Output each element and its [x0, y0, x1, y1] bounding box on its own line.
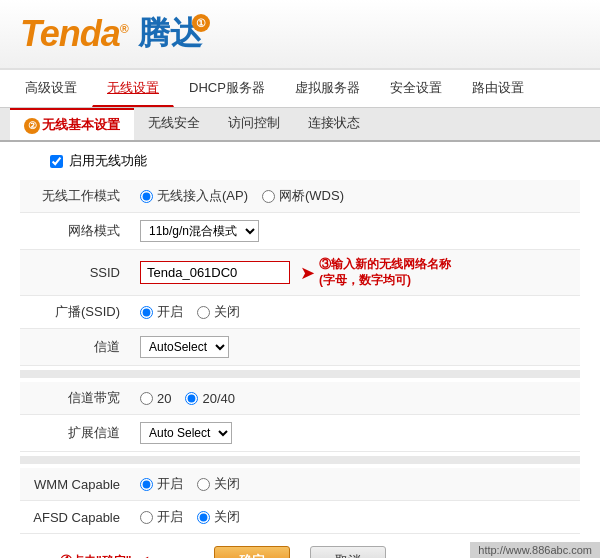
- radio-afsd-on-input[interactable]: [140, 511, 153, 524]
- annotation-circle-1: ①: [192, 14, 210, 32]
- radio-wmm-on[interactable]: 开启: [140, 475, 183, 493]
- radio-afsd-off[interactable]: 关闭: [197, 508, 240, 526]
- label-bandwidth: 信道带宽: [20, 382, 130, 415]
- subnav-access-control[interactable]: 访问控制: [214, 108, 294, 140]
- annotation-circle-2: ②: [24, 118, 40, 134]
- radio-ap[interactable]: 无线接入点(AP): [140, 187, 248, 205]
- row-ssid: SSID ➤ ③输入新的无线网络名称(字母，数字均可): [20, 250, 580, 296]
- label-broadcast: 广播(SSID): [20, 296, 130, 329]
- nav-wireless[interactable]: 无线设置: [92, 70, 174, 107]
- subnav-security[interactable]: 无线安全: [134, 108, 214, 140]
- row-wireless-mode: 无线工作模式 无线接入点(AP) 网桥(WDS): [20, 180, 580, 213]
- value-channel: AutoSelect 1 2 3 6 11: [130, 329, 580, 366]
- nav-security[interactable]: 安全设置: [375, 70, 457, 107]
- value-broadcast: 开启 关闭: [130, 296, 580, 329]
- form-table-main: 无线工作模式 无线接入点(AP) 网桥(WDS) 网络模式 11b/g/n混合模…: [20, 180, 580, 366]
- radio-wmm-off[interactable]: 关闭: [197, 475, 240, 493]
- label-network-mode: 网络模式: [20, 213, 130, 250]
- bottom-annotation: ④点击"确定" ◄: [60, 552, 151, 558]
- row-broadcast: 广播(SSID) 开启 关闭: [20, 296, 580, 329]
- radio-wds-input[interactable]: [262, 190, 275, 203]
- nav-dhcp[interactable]: DHCP服务器: [174, 70, 280, 107]
- radio-broadcast-on-input[interactable]: [140, 306, 153, 319]
- nav-advanced[interactable]: 高级设置: [10, 70, 92, 107]
- header: Tenda® 腾达 ①: [0, 0, 600, 70]
- nav-routing[interactable]: 路由设置: [457, 70, 539, 107]
- radio-wmm-off-label: 关闭: [214, 475, 240, 493]
- value-wireless-mode: 无线接入点(AP) 网桥(WDS): [130, 180, 580, 213]
- value-afsd: 开启 关闭: [130, 501, 580, 534]
- label-afsd: AFSD Capable: [20, 501, 130, 534]
- sub-nav: ②无线基本设置 无线安全 访问控制 连接状态: [0, 108, 600, 142]
- section-divider-2: [20, 456, 580, 464]
- form-table-wmm: WMM Capable 开启 关闭 AFSD Capable 开启 关闭: [20, 468, 580, 534]
- radio-broadcast-on[interactable]: 开启: [140, 303, 183, 321]
- radio-wireless-mode: 无线接入点(AP) 网桥(WDS): [140, 187, 570, 205]
- row-wmm: WMM Capable 开启 关闭: [20, 468, 580, 501]
- form-table-bandwidth: 信道带宽 20 20/40 扩展信道 Auto Select: [20, 382, 580, 452]
- radio-bandwidth-2040[interactable]: 20/40: [185, 391, 235, 406]
- network-mode-select[interactable]: 11b/g/n混合模式 11b 11g 11n: [140, 220, 259, 242]
- label-channel: 信道: [20, 329, 130, 366]
- subnav-basic[interactable]: ②无线基本设置: [10, 108, 134, 140]
- ssid-annotation-text: ③输入新的无线网络名称(字母，数字均可): [319, 257, 451, 288]
- logo-reg: ®: [120, 22, 128, 36]
- value-network-mode: 11b/g/n混合模式 11b 11g 11n: [130, 213, 580, 250]
- radio-bandwidth-20[interactable]: 20: [140, 391, 171, 406]
- radio-wds-label: 网桥(WDS): [279, 187, 344, 205]
- radio-afsd-on-label: 开启: [157, 508, 183, 526]
- enable-wireless-checkbox[interactable]: [50, 155, 63, 168]
- radio-wmm: 开启 关闭: [140, 475, 570, 493]
- radio-wmm-off-input[interactable]: [197, 478, 210, 491]
- ext-channel-select[interactable]: Auto Select: [140, 422, 232, 444]
- channel-select[interactable]: AutoSelect 1 2 3 6 11: [140, 336, 229, 358]
- footer-url: http://www.886abc.com: [478, 544, 592, 556]
- radio-bw-2040-label: 20/40: [202, 391, 235, 406]
- radio-wmm-on-input[interactable]: [140, 478, 153, 491]
- row-bandwidth: 信道带宽 20 20/40: [20, 382, 580, 415]
- radio-afsd: 开启 关闭: [140, 508, 570, 526]
- radio-wds[interactable]: 网桥(WDS): [262, 187, 344, 205]
- value-wmm: 开启 关闭: [130, 468, 580, 501]
- nav-virtual-server[interactable]: 虚拟服务器: [280, 70, 375, 107]
- ssid-input[interactable]: [140, 261, 290, 284]
- subnav-basic-label: 无线基本设置: [42, 117, 120, 132]
- footer: http://www.886abc.com: [470, 542, 600, 558]
- bottom-annotation-text: ④点击"确定": [60, 553, 131, 558]
- radio-ap-input[interactable]: [140, 190, 153, 203]
- label-wireless-mode: 无线工作模式: [20, 180, 130, 213]
- radio-broadcast-off[interactable]: 关闭: [197, 303, 240, 321]
- cancel-button[interactable]: 取消: [310, 546, 386, 558]
- ssid-annotation: ➤ ③输入新的无线网络名称(字母，数字均可): [300, 257, 451, 288]
- value-bandwidth: 20 20/40: [130, 382, 580, 415]
- radio-wmm-on-label: 开启: [157, 475, 183, 493]
- radio-afsd-off-label: 关闭: [214, 508, 240, 526]
- subnav-connection-status[interactable]: 连接状态: [294, 108, 374, 140]
- bottom-arrow-icon: ◄: [135, 552, 151, 558]
- radio-bw-20-input[interactable]: [140, 392, 153, 405]
- row-channel: 信道 AutoSelect 1 2 3 6 11: [20, 329, 580, 366]
- radio-broadcast-on-label: 开启: [157, 303, 183, 321]
- confirm-button[interactable]: 确定: [214, 546, 290, 558]
- ssid-arrow-icon: ➤: [300, 262, 315, 284]
- content-area: 启用无线功能 无线工作模式 无线接入点(AP) 网桥(WDS) 网络模式 11b…: [0, 142, 600, 558]
- logo-en-text: Tenda: [20, 13, 120, 54]
- main-nav: 高级设置 无线设置 DHCP服务器 虚拟服务器 安全设置 路由设置: [0, 70, 600, 108]
- section-divider-1: [20, 370, 580, 378]
- enable-wireless-label: 启用无线功能: [69, 152, 147, 170]
- radio-broadcast-off-label: 关闭: [214, 303, 240, 321]
- radio-bw-20-label: 20: [157, 391, 171, 406]
- radio-afsd-on[interactable]: 开启: [140, 508, 183, 526]
- value-ssid: ➤ ③输入新的无线网络名称(字母，数字均可): [130, 250, 580, 295]
- logo-tenda: Tenda®: [20, 13, 128, 55]
- radio-broadcast-off-input[interactable]: [197, 306, 210, 319]
- label-ext-channel: 扩展信道: [20, 415, 130, 452]
- label-ssid: SSID: [20, 250, 130, 296]
- value-ext-channel: Auto Select: [130, 415, 580, 452]
- row-afsd: AFSD Capable 开启 关闭: [20, 501, 580, 534]
- radio-bandwidth: 20 20/40: [140, 391, 570, 406]
- radio-ap-label: 无线接入点(AP): [157, 187, 248, 205]
- radio-bw-2040-input[interactable]: [185, 392, 198, 405]
- label-wmm: WMM Capable: [20, 468, 130, 501]
- radio-afsd-off-input[interactable]: [197, 511, 210, 524]
